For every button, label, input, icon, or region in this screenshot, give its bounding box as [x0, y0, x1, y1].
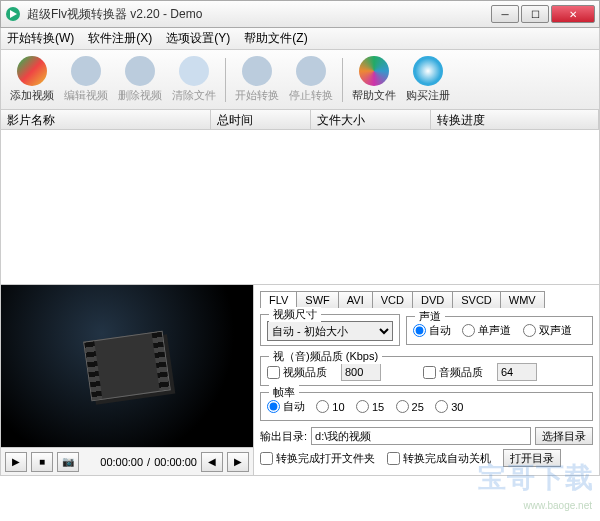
preview-panel: ▶ ■ 📷 00:00:00 / 00:00:00 ◀ ▶ [1, 285, 253, 475]
audio-quality-input[interactable] [497, 363, 537, 381]
fps-30-radio[interactable]: 30 [435, 400, 463, 413]
col-progress[interactable]: 转换进度 [431, 110, 599, 129]
prev-button[interactable]: ◀ [201, 452, 223, 472]
toolbar-stop-label: 停止转换 [289, 88, 333, 103]
audio-stereo-radio[interactable]: 双声道 [523, 323, 572, 338]
file-list[interactable] [0, 130, 600, 285]
tab-avi[interactable]: AVI [338, 291, 373, 308]
app-icon [5, 6, 21, 22]
snapshot-button[interactable]: 📷 [57, 452, 79, 472]
menubar: 开始转换(W) 软件注册(X) 选项设置(Y) 帮助文件(Z) [0, 28, 600, 50]
next-button[interactable]: ▶ [227, 452, 249, 472]
menu-start[interactable]: 开始转换(W) [7, 30, 74, 47]
audio-mono-radio[interactable]: 单声道 [462, 323, 511, 338]
delete-video-icon [125, 56, 155, 86]
clear-icon [179, 56, 209, 86]
stop-button[interactable]: ■ [31, 452, 53, 472]
stop-convert-icon [296, 56, 326, 86]
start-convert-icon [242, 56, 272, 86]
tab-dvd[interactable]: DVD [412, 291, 453, 308]
toolbar-add-video[interactable]: 添加视频 [5, 56, 59, 103]
video-size-label: 视频尺寸 [269, 307, 321, 322]
close-button[interactable]: ✕ [551, 5, 595, 23]
menu-options[interactable]: 选项设置(Y) [166, 30, 230, 47]
time-current: 00:00:00 [100, 456, 143, 468]
audio-auto-radio[interactable]: 自动 [413, 323, 451, 338]
col-name[interactable]: 影片名称 [1, 110, 211, 129]
watermark-url: www.baoge.net [524, 500, 592, 511]
maximize-button[interactable]: ☐ [521, 5, 549, 23]
toolbar-edit-label: 编辑视频 [64, 88, 108, 103]
video-quality-input[interactable] [341, 363, 381, 381]
toolbar-edit-video[interactable]: 编辑视频 [59, 56, 113, 103]
fps-auto-radio[interactable]: 自动 [267, 399, 305, 414]
toolbar-help-label: 帮助文件 [352, 88, 396, 103]
fps-25-radio[interactable]: 25 [396, 400, 424, 413]
play-button[interactable]: ▶ [5, 452, 27, 472]
toolbar-stop-convert[interactable]: 停止转换 [284, 56, 338, 103]
playback-controls: ▶ ■ 📷 00:00:00 / 00:00:00 ◀ ▶ [1, 447, 253, 475]
toolbar-start-convert[interactable]: 开始转换 [230, 56, 284, 103]
browse-button[interactable]: 选择目录 [535, 427, 593, 445]
toolbar-delete-video[interactable]: 删除视频 [113, 56, 167, 103]
video-size-select[interactable]: 自动 - 初始大小 [267, 321, 393, 341]
time-total: 00:00:00 [154, 456, 197, 468]
tab-wmv[interactable]: WMV [500, 291, 545, 308]
tab-flv[interactable]: FLV [260, 291, 297, 308]
fps-15-radio[interactable]: 15 [356, 400, 384, 413]
open-dir-button[interactable]: 打开目录 [503, 449, 561, 467]
preview-video-area [1, 285, 253, 447]
tab-swf[interactable]: SWF [296, 291, 338, 308]
video-quality-check[interactable]: 视频品质 [267, 365, 327, 380]
titlebar: 超级Flv视频转换器 v2.20 - Demo ─ ☐ ✕ [0, 0, 600, 28]
col-duration[interactable]: 总时间 [211, 110, 311, 129]
toolbar-separator [342, 58, 343, 102]
toolbar-add-label: 添加视频 [10, 88, 54, 103]
format-tabs: FLV SWF AVI VCD DVD SVCD WMV [260, 291, 593, 308]
edit-video-icon [71, 56, 101, 86]
open-after-check[interactable]: 转换完成打开文件夹 [260, 451, 375, 466]
toolbar-clear[interactable]: 清除文件 [167, 56, 221, 103]
toolbar-buy-label: 购买注册 [406, 88, 450, 103]
film-icon [83, 331, 171, 402]
settings-panel: FLV SWF AVI VCD DVD SVCD WMV 视频尺寸 自动 - 初… [253, 285, 599, 475]
fps-label: 帧率 [269, 385, 299, 400]
help-icon [359, 56, 389, 86]
menu-help[interactable]: 帮助文件(Z) [244, 30, 307, 47]
toolbar-delete-label: 删除视频 [118, 88, 162, 103]
minimize-button[interactable]: ─ [491, 5, 519, 23]
toolbar-help[interactable]: 帮助文件 [347, 56, 401, 103]
shutdown-check[interactable]: 转换完成自动关机 [387, 451, 491, 466]
window-title: 超级Flv视频转换器 v2.20 - Demo [27, 6, 491, 23]
toolbar: 添加视频 编辑视频 删除视频 清除文件 开始转换 停止转换 帮助文件 购买注册 [0, 50, 600, 110]
audio-quality-check[interactable]: 音频品质 [423, 365, 483, 380]
toolbar-separator [225, 58, 226, 102]
menu-register[interactable]: 软件注册(X) [88, 30, 152, 47]
toolbar-start-label: 开始转换 [235, 88, 279, 103]
toolbar-buy[interactable]: 购买注册 [401, 56, 455, 103]
toolbar-clear-label: 清除文件 [172, 88, 216, 103]
output-dir-label: 输出目录: [260, 429, 307, 444]
list-header: 影片名称 总时间 文件大小 转换进度 [0, 110, 600, 130]
tab-svcd[interactable]: SVCD [452, 291, 501, 308]
add-video-icon [17, 56, 47, 86]
output-dir-input[interactable] [311, 427, 531, 445]
audio-channel-label: 声道 [415, 309, 445, 324]
buy-icon [413, 56, 443, 86]
fps-10-radio[interactable]: 10 [316, 400, 344, 413]
tab-vcd[interactable]: VCD [372, 291, 413, 308]
col-size[interactable]: 文件大小 [311, 110, 431, 129]
quality-label: 视（音)频品质 (Kbps) [269, 349, 382, 364]
